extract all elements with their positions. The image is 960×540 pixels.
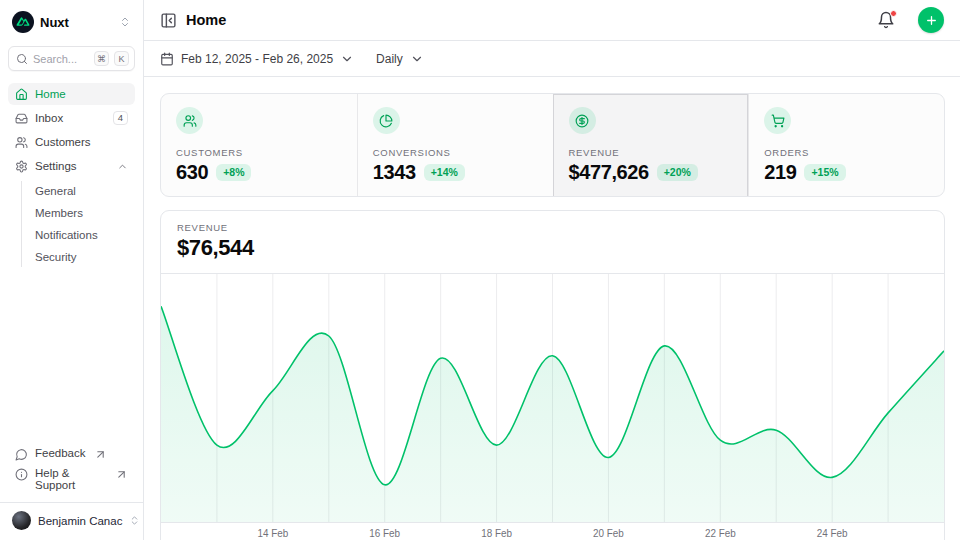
inbox-icon (15, 112, 28, 125)
user-name: Benjamin Canac (38, 515, 122, 527)
sidebar-item-general[interactable]: General (28, 181, 135, 201)
search-placeholder: Search... (33, 53, 89, 65)
sidebar-nav: Home Inbox 4 Customers Settings (8, 83, 135, 267)
stat-card-customers[interactable]: CUSTOMERS 630 +8% (161, 94, 357, 197)
workspace-name: Nuxt (40, 15, 113, 30)
home-icon (15, 88, 28, 101)
stats-row: CUSTOMERS 630 +8% CONVERSIONS 1343 +14% (160, 93, 945, 197)
filter-toolbar: Feb 12, 2025 - Feb 26, 2025 Daily (144, 41, 960, 77)
page-title: Home (186, 12, 868, 28)
chevron-down-icon (410, 52, 424, 66)
revenue-chart-card: REVENUE $76,544 (160, 210, 945, 540)
chevron-down-icon (340, 52, 354, 66)
sidebar-item-label: Customers (35, 136, 128, 148)
collapse-sidebar-icon[interactable] (160, 12, 177, 29)
search-icon (16, 53, 28, 65)
sidebar-item-label: Home (35, 88, 128, 100)
x-tick-label: 14 Feb (257, 528, 288, 539)
x-tick-label: 16 Feb (369, 528, 400, 539)
sidebar-item-label: Notifications (35, 229, 98, 241)
notifications-button[interactable] (877, 11, 895, 29)
calendar-icon (160, 52, 174, 66)
stat-value: 630 (176, 161, 208, 184)
period-select[interactable]: Daily (376, 52, 424, 66)
stat-value: 219 (764, 161, 796, 184)
stat-card-conversions[interactable]: CONVERSIONS 1343 +14% (357, 94, 553, 197)
chevrons-up-down-icon (119, 16, 131, 28)
stat-label: CONVERSIONS (373, 147, 538, 158)
sidebar-item-label: Settings (35, 160, 110, 172)
user-menu[interactable]: Benjamin Canac (8, 503, 135, 532)
sidebar-item-notifications[interactable]: Notifications (28, 225, 135, 245)
stat-card-revenue[interactable]: REVENUE $477,626 +20% (553, 94, 749, 197)
chevrons-up-down-icon (129, 515, 140, 526)
sidebar-item-members[interactable]: Members (28, 203, 135, 223)
sidebar-item-label: General (35, 185, 76, 197)
gear-icon (15, 160, 28, 173)
external-link-icon (94, 448, 107, 461)
stat-value: 1343 (373, 161, 416, 184)
message-circle-icon (15, 448, 28, 461)
period-value: Daily (376, 52, 403, 66)
page-content: CUSTOMERS 630 +8% CONVERSIONS 1343 +14% (144, 77, 960, 540)
external-link-icon (115, 468, 128, 481)
users-icon (15, 136, 28, 149)
nuxt-logo-icon (12, 11, 34, 33)
main-area: Home Feb 12, 2025 - Feb 26, 2025 (144, 0, 960, 540)
stat-label: CUSTOMERS (176, 147, 342, 158)
chart-title: REVENUE (177, 222, 928, 233)
chevron-up-icon (117, 161, 128, 172)
workspace-selector[interactable]: Nuxt (8, 8, 135, 36)
stat-value: $477,626 (569, 161, 649, 184)
stat-label: REVENUE (569, 147, 734, 158)
sidebar-item-label: Inbox (35, 112, 106, 124)
sidebar-item-label: Security (35, 251, 77, 263)
revenue-area-chart[interactable]: 14 Feb16 Feb18 Feb20 Feb22 Feb24 Feb (161, 274, 944, 540)
add-button[interactable] (918, 7, 944, 33)
date-range-value: Feb 12, 2025 - Feb 26, 2025 (181, 52, 333, 66)
x-tick-label: 20 Feb (593, 528, 624, 539)
search-input[interactable]: Search... ⌘ K (8, 46, 135, 71)
notification-dot (890, 10, 897, 17)
x-tick-label: 22 Feb (705, 528, 736, 539)
kbd-cmd: ⌘ (94, 51, 109, 66)
stat-label: ORDERS (764, 147, 929, 158)
inbox-count-badge: 4 (113, 111, 128, 125)
app-root: Nuxt Search... ⌘ K Home (0, 0, 960, 540)
kbd-k: K (114, 51, 129, 66)
sidebar-item-settings[interactable]: Settings (8, 155, 135, 177)
page-header: Home (144, 0, 960, 41)
sidebar-item-home[interactable]: Home (8, 83, 135, 105)
sidebar-item-label: Feedback (35, 447, 86, 459)
plus-icon (925, 14, 938, 27)
stat-delta-badge: +14% (424, 164, 465, 181)
chart-svg: 14 Feb16 Feb18 Feb20 Feb22 Feb24 Feb (161, 274, 944, 540)
stat-delta-badge: +20% (657, 164, 698, 181)
chart-headline-value: $76,544 (177, 235, 928, 261)
dollar-circle-icon (569, 107, 596, 134)
chart-header: REVENUE $76,544 (161, 211, 944, 274)
pie-chart-icon (373, 107, 400, 134)
stat-delta-badge: +15% (804, 164, 845, 181)
sidebar: Nuxt Search... ⌘ K Home (0, 0, 144, 540)
sidebar-item-label: Members (35, 207, 83, 219)
sidebar-item-label: Help & Support (35, 467, 107, 491)
chart-x-tick-labels: 14 Feb16 Feb18 Feb20 Feb22 Feb24 Feb (257, 528, 848, 539)
date-range-picker[interactable]: Feb 12, 2025 - Feb 26, 2025 (160, 52, 354, 66)
sidebar-item-inbox[interactable]: Inbox 4 (8, 107, 135, 129)
stat-card-orders[interactable]: ORDERS 219 +15% (748, 94, 944, 197)
settings-subnav: General Members Notifications Security (21, 181, 135, 267)
x-tick-label: 24 Feb (817, 528, 848, 539)
sidebar-item-customers[interactable]: Customers (8, 131, 135, 153)
users-icon (176, 107, 203, 134)
sidebar-spacer (8, 267, 135, 444)
shopping-cart-icon (764, 107, 791, 134)
sidebar-item-help-support[interactable]: Help & Support (8, 464, 135, 494)
stat-delta-badge: +8% (216, 164, 251, 181)
user-avatar (12, 511, 31, 530)
sidebar-item-security[interactable]: Security (28, 247, 135, 267)
x-tick-label: 18 Feb (481, 528, 512, 539)
sidebar-item-feedback[interactable]: Feedback (8, 444, 135, 464)
info-circle-icon (15, 468, 28, 481)
